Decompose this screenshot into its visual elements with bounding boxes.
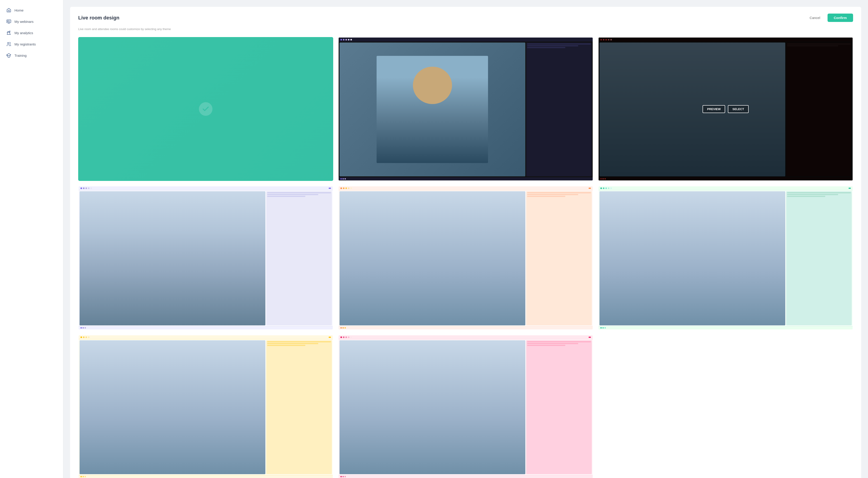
svg-point-4: [9, 32, 9, 33]
theme-preview-5: [339, 186, 593, 329]
sidebar-item-training[interactable]: Training: [0, 50, 63, 61]
theme-preview-6: [598, 186, 852, 329]
sidebar: Home My webinars My analytics: [0, 0, 63, 478]
content-wrapper: Live room design Cancel Confirm Live roo…: [70, 7, 861, 478]
confirm-button[interactable]: Confirm: [828, 13, 853, 22]
sidebar-label-training: Training: [14, 54, 27, 57]
theme-preview-3: PREVIEW SELECT: [598, 37, 852, 180]
theme-preview-1: [79, 37, 333, 180]
theme-selected-bg: [79, 37, 333, 180]
theme-card-2[interactable]: [338, 37, 593, 181]
sidebar-label-my-analytics: My analytics: [14, 31, 33, 35]
sidebar-label-my-registrants: My registrants: [14, 42, 36, 46]
page-header: Live room design Cancel Confirm: [78, 13, 853, 22]
theme-card-1[interactable]: [78, 37, 333, 181]
page-subtitle: Live room and attendee rooms could custo…: [78, 27, 853, 31]
main-content: Live room design Cancel Confirm Live roo…: [63, 0, 868, 478]
svg-point-5: [9, 31, 10, 31]
training-icon: [6, 53, 11, 58]
theme-preview-7: [79, 335, 333, 478]
sidebar-item-my-registrants[interactable]: My registrants: [0, 38, 63, 50]
theme-card-8[interactable]: [338, 335, 593, 478]
theme-card-6[interactable]: [598, 186, 853, 330]
svg-rect-0: [7, 20, 11, 23]
svg-point-2: [7, 32, 7, 33]
svg-point-3: [8, 31, 8, 32]
theme-preview-2: [339, 37, 593, 180]
svg-point-6: [8, 42, 9, 44]
theme-preview-4: [79, 186, 333, 329]
registrants-icon: [6, 41, 11, 47]
theme-card-4[interactable]: [78, 186, 333, 330]
page-title: Live room design: [78, 15, 119, 21]
theme-preview-8: [339, 335, 593, 478]
svg-point-1: [8, 21, 8, 22]
header-actions: Cancel Confirm: [806, 13, 853, 22]
theme-card-5[interactable]: [338, 186, 593, 330]
theme-hover-overlay: PREVIEW SELECT: [598, 37, 852, 180]
analytics-icon: [6, 30, 11, 35]
sidebar-label-my-webinars: My webinars: [14, 20, 33, 24]
preview-button[interactable]: PREVIEW: [703, 105, 725, 113]
sidebar-item-home[interactable]: Home: [0, 4, 63, 16]
sidebar-label-home: Home: [14, 8, 24, 12]
home-icon: [6, 8, 11, 13]
sidebar-item-my-analytics[interactable]: My analytics: [0, 27, 63, 38]
sidebar-item-my-webinars[interactable]: My webinars: [0, 16, 63, 27]
select-button[interactable]: SELECT: [728, 105, 748, 113]
theme-card-7[interactable]: [78, 335, 333, 478]
theme-card-3[interactable]: PREVIEW SELECT: [598, 37, 853, 181]
themes-grid: PREVIEW SELECT: [78, 37, 853, 478]
webinars-icon: [6, 19, 11, 24]
cancel-button[interactable]: Cancel: [806, 14, 824, 22]
